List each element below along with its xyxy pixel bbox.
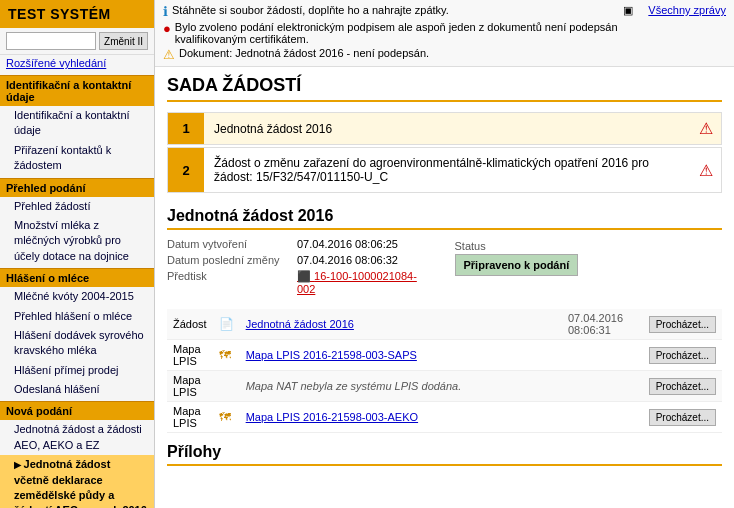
arrow-icon (14, 458, 24, 470)
page-body: SADA ŽÁDOSTÍ 1 Jednotná žádost 2016 ⚠ 2 … (155, 67, 734, 474)
file-btn-cell-2: Procházet... (642, 340, 722, 371)
detail-row-predtisk: Předtisk ⬛ 16-100-1000021084-002 (167, 270, 435, 295)
file-type-4: Mapa LPIS (167, 402, 213, 433)
request-label-2: Žádost o změnu zařazení do agroenvironme… (204, 148, 691, 192)
file-btn-cell-3: Procházet... (642, 371, 722, 402)
sidebar-item-mnozstvi[interactable]: Množství mléka z mléčných výrobků pro úč… (0, 216, 154, 266)
browse-button-3[interactable]: Procházet... (649, 378, 716, 395)
file-icon-3 (213, 371, 240, 402)
advanced-search-link-wrapper: Rozšířené vyhledání (0, 55, 154, 73)
search-button[interactable]: Změnit II (99, 32, 148, 50)
sidebar-item-prirazeni[interactable]: Přiřazení kontaktů k žádostem (0, 141, 154, 176)
detail-label-vytvoreni: Datum vytvoření (167, 238, 297, 250)
notifications: ℹ Stáhněte si soubor žádostí, doplňte ho… (163, 4, 623, 62)
notif-error: ● Bylo zvoleno podání elektronickým podp… (163, 21, 623, 45)
notif-all-link-wrapper: ▣ Všechny zprávy (623, 4, 726, 17)
notif-warn: ⚠ Dokument: Jednotná žádost 2016 - není … (163, 47, 623, 62)
pdf-icon-small: ⬛ (297, 270, 314, 282)
detail-left-col: Datum vytvoření 07.04.2016 08:06:25 Datu… (167, 238, 435, 299)
sidebar-section-prehled: Přehled podání (0, 178, 154, 197)
sidebar-title: TEST SYSTÉM (0, 0, 154, 28)
file-link-1[interactable]: Jednotná žádost 2016 (246, 318, 354, 330)
info-icon: ℹ (163, 4, 168, 19)
sidebar-section-nova-podani: Nová podání (0, 401, 154, 420)
predtisk-link[interactable]: ⬛ 16-100-1000021084-002 (297, 270, 435, 295)
request-item-2[interactable]: 2 Žádost o změnu zařazení do agroenviron… (167, 147, 722, 193)
request-warn-icon-2: ⚠ (691, 157, 721, 184)
all-messages-link[interactable]: Všechny zprávy (640, 4, 726, 16)
advanced-search-link[interactable]: Rozšířené vyhledání (6, 57, 106, 69)
notif-info: ℹ Stáhněte si soubor žádostí, doplňte ho… (163, 4, 623, 19)
file-btn-cell-1: Procházet... (642, 309, 722, 340)
sidebar-item-hlaseni-primej[interactable]: Hlášení přímej prodej (0, 361, 154, 380)
lpis-icon-4: 🗺 (219, 410, 231, 424)
file-note-cell-3: Mapa NAT nebyla ze systému LPIS dodána. (240, 371, 562, 402)
file-link-cell-1: Jednotná žádost 2016 (240, 309, 562, 340)
sidebar-item-prehled-hlaseni[interactable]: Přehled hlášení o mléce (0, 307, 154, 326)
file-type-3: Mapa LPIS (167, 371, 213, 402)
error-icon: ● (163, 21, 171, 36)
main-content: ℹ Stáhněte si soubor žádostí, doplňte ho… (155, 0, 734, 508)
detail-value-zmeny: 07.04.2016 08:06:32 (297, 254, 398, 266)
detail-row-zmeny: Datum poslední změny 07.04.2016 08:06:32 (167, 254, 435, 266)
request-num-2: 2 (168, 148, 204, 192)
file-link-4[interactable]: Mapa LPIS 2016-21598-003-AEKO (246, 411, 418, 423)
file-icon-2: 🗺 (213, 340, 240, 371)
warn-icon: ⚠ (163, 47, 175, 62)
search-input[interactable] (6, 32, 96, 50)
request-num-1: 1 (168, 113, 204, 144)
detail-row-vytvoreni: Datum vytvoření 07.04.2016 08:06:25 (167, 238, 435, 250)
detail-label-predtisk: Předtisk (167, 270, 297, 282)
detail-right-col: Status Připraveno k podání (455, 238, 723, 299)
browse-button-4[interactable]: Procházet... (649, 409, 716, 426)
browse-button-1[interactable]: Procházet... (649, 316, 716, 333)
detail-label-zmeny: Datum poslední změny (167, 254, 297, 266)
prilohy-title: Přílohy (167, 443, 722, 466)
file-link-2[interactable]: Mapa LPIS 2016-21598-003-SAPS (246, 349, 417, 361)
file-icon-4: 🗺 (213, 402, 240, 433)
file-row-3: Mapa LPIS Mapa NAT nebyla ze systému LPI… (167, 371, 722, 402)
file-table: Žádost 📄 Jednotná žádost 2016 07.04.2016… (167, 309, 722, 433)
browse-button-2[interactable]: Procházet... (649, 347, 716, 364)
sidebar-search-bar: Změnit II (0, 28, 154, 55)
detail-value-vytvoreni: 07.04.2016 08:06:25 (297, 238, 398, 250)
file-note-3: Mapa NAT nebyla ze systému LPIS dodána. (246, 380, 462, 392)
page-title: SADA ŽÁDOSTÍ (167, 75, 722, 102)
file-date-1: 07.04.201608:06:31 (562, 309, 642, 340)
file-type-1: Žádost (167, 309, 213, 340)
file-row-1: Žádost 📄 Jednotná žádost 2016 07.04.2016… (167, 309, 722, 340)
pdf-icon-1: 📄 (219, 317, 234, 331)
sidebar-item-odeslana[interactable]: Odeslaná hlášení (0, 380, 154, 399)
status-value: Připraveno k podání (455, 254, 579, 276)
sidebar-item-prehled-zadosti[interactable]: Přehled žádostí (0, 197, 154, 216)
detail-info-table: Datum vytvoření 07.04.2016 08:06:25 Datu… (167, 238, 722, 299)
notification-bar: ℹ Stáhněte si soubor žádostí, doplňte ho… (155, 0, 734, 67)
lpis-icon-2: 🗺 (219, 348, 231, 362)
file-date-2 (562, 340, 642, 371)
sidebar-item-jednotna-deklarace[interactable]: Jednotná žádost včetně deklarace zeměděl… (0, 455, 154, 508)
status-box: Status Připraveno k podání (455, 238, 723, 278)
notif-collapse-icon[interactable]: ▣ (623, 4, 633, 16)
file-link-cell-2: Mapa LPIS 2016-21598-003-SAPS (240, 340, 562, 371)
sidebar-item-hlaseni-dodavatelu[interactable]: Hlášení dodávek syrového kravského mléka (0, 326, 154, 361)
status-label: Status (455, 240, 723, 252)
request-warn-icon-1: ⚠ (691, 115, 721, 142)
file-icon-1: 📄 (213, 309, 240, 340)
file-type-2: Mapa LPIS (167, 340, 213, 371)
file-date-3 (562, 371, 642, 402)
request-list: 1 Jednotná žádost 2016 ⚠ 2 Žádost o změn… (167, 112, 722, 193)
request-item-1[interactable]: 1 Jednotná žádost 2016 ⚠ (167, 112, 722, 145)
sidebar-section-hlaseni: Hlášení o mléce (0, 268, 154, 287)
sidebar-item-mlecne-kvoty[interactable]: Mléčné kvóty 2004-2015 (0, 287, 154, 306)
sidebar-item-jednotna-aeo[interactable]: Jednotná žádost a žádosti AEO, AEKO a EZ (0, 420, 154, 455)
file-row-2: Mapa LPIS 🗺 Mapa LPIS 2016-21598-003-SAP… (167, 340, 722, 371)
sidebar-item-identifikace[interactable]: Identifikační a kontaktní údaje (0, 106, 154, 141)
sidebar-section-identifikacni: Identifikační a kontaktní údaje (0, 75, 154, 106)
detail-section-title: Jednotná žádost 2016 (167, 207, 722, 230)
sidebar: TEST SYSTÉM Změnit II Rozšířené vyhledán… (0, 0, 155, 508)
file-row-4: Mapa LPIS 🗺 Mapa LPIS 2016-21598-003-AEK… (167, 402, 722, 433)
file-link-cell-4: Mapa LPIS 2016-21598-003-AEKO (240, 402, 562, 433)
file-btn-cell-4: Procházet... (642, 402, 722, 433)
request-label-1: Jednotná žádost 2016 (204, 114, 691, 144)
file-date-4 (562, 402, 642, 433)
